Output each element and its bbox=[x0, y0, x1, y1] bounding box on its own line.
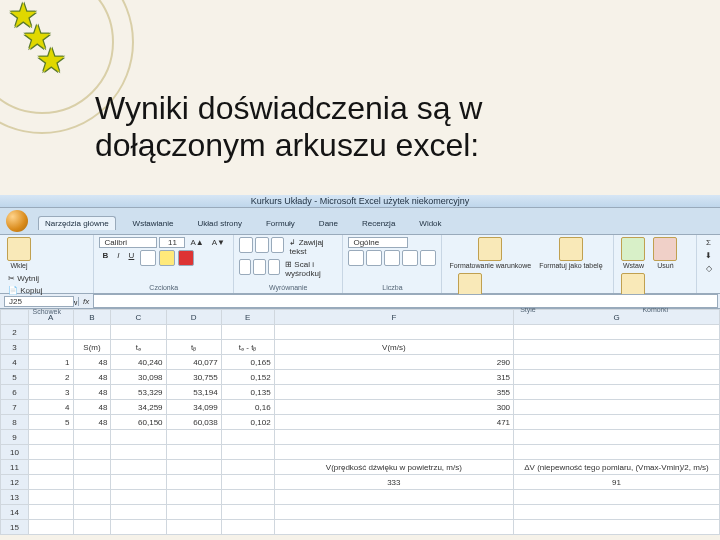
inc-decimal-icon[interactable] bbox=[402, 250, 418, 266]
row-header[interactable]: 7 bbox=[1, 400, 29, 415]
number-format-select[interactable]: Ogólne bbox=[348, 237, 408, 248]
cell[interactable]: 40,077 bbox=[166, 355, 221, 370]
cell[interactable]: 48 bbox=[73, 370, 111, 385]
row-header[interactable]: 6 bbox=[1, 385, 29, 400]
cell[interactable]: 333 bbox=[274, 475, 513, 490]
tab-view[interactable]: Widok bbox=[412, 216, 448, 230]
italic-button[interactable]: I bbox=[114, 250, 122, 266]
format-table-button[interactable]: Formatuj jako tabelę bbox=[537, 237, 604, 269]
row-header[interactable]: 4 bbox=[1, 355, 29, 370]
align-bottom-icon[interactable] bbox=[271, 237, 285, 253]
cell[interactable]: 30,098 bbox=[111, 370, 166, 385]
cell[interactable]: 91 bbox=[514, 475, 720, 490]
cell[interactable]: 34,099 bbox=[166, 400, 221, 415]
cell[interactable]: 290 bbox=[274, 355, 513, 370]
tab-pagelayout[interactable]: Układ strony bbox=[191, 216, 249, 230]
row-header[interactable]: 2 bbox=[1, 325, 29, 340]
currency-icon[interactable] bbox=[348, 250, 364, 266]
cell[interactable]: 471 bbox=[274, 415, 513, 430]
spreadsheet-grid[interactable]: A B C D E F G 2 3 S(m) tₐ tᵦ tₐ - tᵦ V(m… bbox=[0, 309, 720, 535]
tab-review[interactable]: Recenzja bbox=[355, 216, 402, 230]
cell[interactable]: tₐ bbox=[111, 340, 166, 355]
cell[interactable]: V(prędkość dźwięku w powietrzu, m/s) bbox=[274, 460, 513, 475]
cell[interactable]: 3 bbox=[29, 385, 73, 400]
cell[interactable]: 0,102 bbox=[221, 415, 274, 430]
cond-format-button[interactable]: Formatowanie warunkowe bbox=[447, 237, 533, 269]
row-header[interactable]: 8 bbox=[1, 415, 29, 430]
fill-color-icon[interactable] bbox=[159, 250, 175, 266]
comma-icon[interactable] bbox=[384, 250, 400, 266]
row-header[interactable]: 9 bbox=[1, 430, 29, 445]
tab-formulas[interactable]: Formuły bbox=[259, 216, 302, 230]
col-header[interactable]: C bbox=[111, 310, 166, 325]
row-header[interactable]: 13 bbox=[1, 490, 29, 505]
row-header[interactable]: 11 bbox=[1, 460, 29, 475]
row-header[interactable]: 14 bbox=[1, 505, 29, 520]
cell[interactable]: 0,135 bbox=[221, 385, 274, 400]
dec-decimal-icon[interactable] bbox=[420, 250, 436, 266]
cell[interactable]: 48 bbox=[73, 385, 111, 400]
insert-cells-button[interactable]: Wstaw bbox=[619, 237, 647, 269]
cell[interactable]: 60,150 bbox=[111, 415, 166, 430]
cell[interactable]: 34,259 bbox=[111, 400, 166, 415]
cut-button[interactable]: ✂ Wytnij bbox=[5, 273, 80, 284]
paste-button[interactable]: Wklej bbox=[5, 237, 33, 269]
name-box[interactable]: J25 bbox=[4, 296, 74, 307]
cell[interactable]: 0,165 bbox=[221, 355, 274, 370]
cell[interactable]: 355 bbox=[274, 385, 513, 400]
cell[interactable]: ΔV (niepewność tego pomiaru, (Vmax-Vmin)… bbox=[514, 460, 720, 475]
cell[interactable]: 48 bbox=[73, 415, 111, 430]
align-center-icon[interactable] bbox=[253, 259, 265, 275]
col-header[interactable]: E bbox=[221, 310, 274, 325]
cell[interactable]: 40,240 bbox=[111, 355, 166, 370]
tab-data[interactable]: Dane bbox=[312, 216, 345, 230]
cell[interactable]: 53,329 bbox=[111, 385, 166, 400]
fx-icon[interactable]: fx bbox=[78, 297, 93, 306]
cell[interactable]: tₐ - tᵦ bbox=[221, 340, 274, 355]
cell[interactable]: 30,755 bbox=[166, 370, 221, 385]
align-top-icon[interactable] bbox=[239, 237, 253, 253]
clear-icon[interactable]: ◇ bbox=[703, 263, 715, 274]
percent-icon[interactable] bbox=[366, 250, 382, 266]
cell[interactable]: tᵦ bbox=[166, 340, 221, 355]
row-header[interactable]: 3 bbox=[1, 340, 29, 355]
shrink-font-icon[interactable]: A▼ bbox=[209, 237, 228, 248]
cell[interactable]: 53,194 bbox=[166, 385, 221, 400]
align-mid-icon[interactable] bbox=[255, 237, 269, 253]
fill-icon[interactable]: ⬇ bbox=[702, 250, 715, 261]
row-header[interactable]: 15 bbox=[1, 520, 29, 535]
tab-insert[interactable]: Wstawianie bbox=[126, 216, 181, 230]
cell[interactable]: 48 bbox=[73, 355, 111, 370]
font-color-icon[interactable] bbox=[178, 250, 194, 266]
merge-center-button[interactable]: ⊞ Scal i wyśrodkuj bbox=[282, 259, 337, 279]
cell[interactable]: 5 bbox=[29, 415, 73, 430]
cell[interactable]: 315 bbox=[274, 370, 513, 385]
cell[interactable]: 0,16 bbox=[221, 400, 274, 415]
autosum-icon[interactable]: Σ bbox=[703, 237, 714, 248]
col-header[interactable]: D bbox=[166, 310, 221, 325]
wrap-text-button[interactable]: ↲ Zawijaj tekst bbox=[286, 237, 337, 257]
cell[interactable]: 60,038 bbox=[166, 415, 221, 430]
tab-home[interactable]: Narzędzia główne bbox=[38, 216, 116, 230]
font-name-select[interactable]: Calibri bbox=[99, 237, 157, 248]
cell[interactable]: 2 bbox=[29, 370, 73, 385]
office-button-icon[interactable] bbox=[6, 210, 28, 232]
delete-cells-button[interactable]: Usuń bbox=[651, 237, 679, 269]
formula-bar[interactable] bbox=[93, 294, 718, 308]
cell[interactable]: 1 bbox=[29, 355, 73, 370]
align-left-icon[interactable] bbox=[239, 259, 251, 275]
bold-button[interactable]: B bbox=[99, 250, 111, 266]
row-header[interactable]: 10 bbox=[1, 445, 29, 460]
row-header[interactable]: 5 bbox=[1, 370, 29, 385]
align-right-icon[interactable] bbox=[268, 259, 280, 275]
cell[interactable]: S(m) bbox=[73, 340, 111, 355]
border-icon[interactable] bbox=[140, 250, 156, 266]
font-size-select[interactable]: 11 bbox=[159, 237, 185, 248]
underline-button[interactable]: U bbox=[125, 250, 137, 266]
cell[interactable]: 4 bbox=[29, 400, 73, 415]
row-header[interactable]: 12 bbox=[1, 475, 29, 490]
cell[interactable]: V(m/s) bbox=[274, 340, 513, 355]
cell[interactable]: 0,152 bbox=[221, 370, 274, 385]
cell[interactable]: 300 bbox=[274, 400, 513, 415]
cell[interactable]: 48 bbox=[73, 400, 111, 415]
